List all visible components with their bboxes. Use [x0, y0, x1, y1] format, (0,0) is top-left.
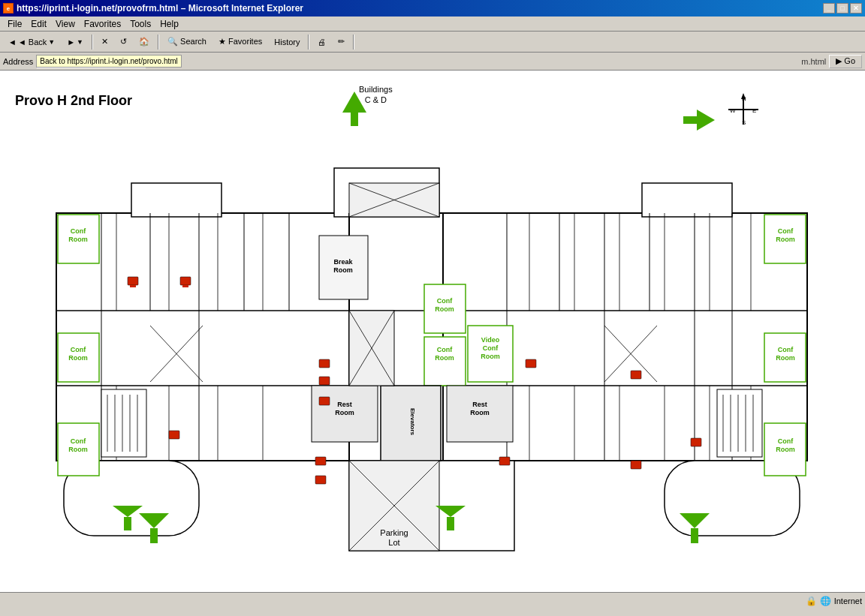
address-bar: Address Back to https://iprint.i-login.n… [0, 53, 865, 71]
svg-text:Rest: Rest [337, 401, 352, 408]
home-button[interactable]: 🏠 [134, 34, 155, 50]
buildings-label: BuildingsC & D [359, 84, 393, 106]
forward-arrow-icon: ► [67, 38, 75, 47]
svg-rect-84 [180, 277, 191, 285]
search-button[interactable]: 🔍 Search [162, 34, 212, 50]
svg-text:Conf: Conf [778, 346, 794, 353]
menu-tools[interactable]: Tools [125, 17, 155, 31]
svg-text:E: E [752, 107, 756, 114]
svg-text:Rest: Rest [472, 401, 487, 408]
address-label: Address [3, 57, 33, 66]
window-controls: _ □ ✕ [823, 3, 862, 14]
svg-rect-83 [130, 285, 136, 287]
floorplan: Conf Room Conf Room Conf Room Conf Room … [19, 138, 845, 569]
svg-rect-91 [169, 431, 179, 439]
svg-text:Room: Room [776, 446, 795, 453]
svg-text:Conf: Conf [71, 227, 86, 235]
svg-rect-104 [717, 389, 762, 457]
zone-label: Internet [834, 596, 862, 605]
toolbar-separator-1 [92, 35, 93, 50]
menu-edit[interactable]: Edit [26, 17, 51, 31]
svg-text:W: W [730, 107, 736, 114]
print-button[interactable]: 🖨 [312, 34, 331, 50]
svg-rect-142 [447, 517, 454, 530]
svg-text:Room: Room [68, 236, 88, 243]
status-bar: 🔒 🌐 Internet [0, 592, 865, 608]
menu-help[interactable]: Help [155, 17, 183, 31]
svg-rect-86 [319, 359, 330, 368]
toolbar-separator-4 [353, 35, 354, 50]
maximize-button[interactable]: □ [836, 3, 848, 14]
go-button[interactable]: ▶ Go [829, 55, 862, 68]
svg-rect-89 [526, 359, 536, 368]
east-arrow [683, 110, 715, 131]
svg-text:Room: Room [470, 409, 490, 416]
svg-text:Conf: Conf [778, 227, 794, 235]
svg-text:Room: Room [776, 354, 795, 362]
forward-dropdown-icon[interactable]: ▼ [77, 38, 83, 46]
svg-rect-87 [319, 377, 330, 385]
east-arrow-head [697, 110, 715, 131]
history-button[interactable]: History [269, 34, 305, 50]
close-button[interactable]: ✕ [850, 3, 862, 14]
svg-text:Video: Video [481, 336, 500, 344]
svg-rect-96 [691, 438, 701, 446]
compass: N S E W [727, 93, 760, 126]
svg-text:Conf: Conf [778, 437, 794, 445]
svg-rect-82 [128, 277, 138, 285]
svg-text:Room: Room [776, 236, 795, 243]
address-input[interactable] [36, 55, 146, 68]
east-arrow-body [683, 116, 697, 124]
north-arrow-body [351, 113, 358, 126]
menu-file[interactable]: File [3, 17, 26, 31]
svg-text:Conf: Conf [71, 346, 86, 353]
toolbar: ◄ ◄ Back ▼ ► ▼ ✕ ↺ 🏠 🔍 Search ★ Favorite… [0, 32, 865, 53]
menu-bar: File Edit View Favorites Tools Help [0, 17, 865, 32]
svg-text:S: S [742, 119, 746, 126]
svg-text:Room: Room [435, 305, 454, 313]
svg-text:Conf: Conf [437, 297, 453, 305]
svg-text:Parking: Parking [380, 528, 408, 537]
forward-button[interactable]: ► ▼ [62, 34, 89, 50]
svg-rect-92 [315, 457, 326, 465]
svg-text:Room: Room [68, 446, 88, 453]
back-button[interactable]: ◄ ◄ Back ▼ [3, 34, 60, 50]
svg-rect-90 [631, 371, 641, 379]
svg-rect-12 [642, 183, 732, 217]
svg-text:Conf: Conf [483, 344, 499, 352]
window-title: https://iprint.i-login.net/provofrm.html… [17, 3, 303, 14]
page-title: Provo H 2nd Floor [15, 93, 132, 109]
svg-text:Break: Break [333, 258, 353, 266]
minimize-button[interactable]: _ [823, 3, 835, 14]
svg-text:Room: Room [435, 354, 454, 362]
refresh-button[interactable]: ↺ [115, 34, 132, 50]
edit-button[interactable]: ✏ [333, 34, 350, 50]
menu-favorites[interactable]: Favorites [80, 17, 125, 31]
svg-rect-98 [101, 389, 146, 457]
svg-rect-139 [124, 517, 131, 530]
svg-rect-95 [631, 461, 641, 469]
svg-text:Room: Room [333, 266, 353, 274]
lock-icon: 🔒 [806, 596, 817, 606]
content-area: Provo H 2nd Floor BuildingsC & D N S E W [0, 71, 865, 592]
svg-text:Room: Room [335, 409, 354, 416]
svg-text:N: N [742, 95, 746, 102]
app-icon: e [3, 3, 14, 14]
toolbar-separator-3 [308, 35, 309, 50]
zone-icon: 🌐 [820, 596, 831, 606]
svg-text:Room: Room [68, 354, 88, 362]
url-suffix: m.html [801, 57, 826, 66]
svg-rect-88 [319, 397, 330, 405]
back-dropdown-icon[interactable]: ▼ [48, 38, 55, 46]
svg-text:Lot: Lot [388, 538, 399, 547]
svg-rect-94 [499, 457, 510, 465]
svg-rect-93 [315, 476, 326, 484]
svg-rect-17 [150, 528, 158, 543]
stop-button[interactable]: ✕ [96, 34, 113, 50]
floorplan-svg: Conf Room Conf Room Conf Room Conf Room … [19, 138, 845, 569]
menu-view[interactable]: View [51, 17, 80, 31]
svg-rect-85 [182, 285, 188, 287]
favorites-button[interactable]: ★ Favorites [213, 34, 267, 50]
toolbar-separator-2 [158, 35, 159, 50]
status-right: 🔒 🌐 Internet [806, 596, 862, 606]
